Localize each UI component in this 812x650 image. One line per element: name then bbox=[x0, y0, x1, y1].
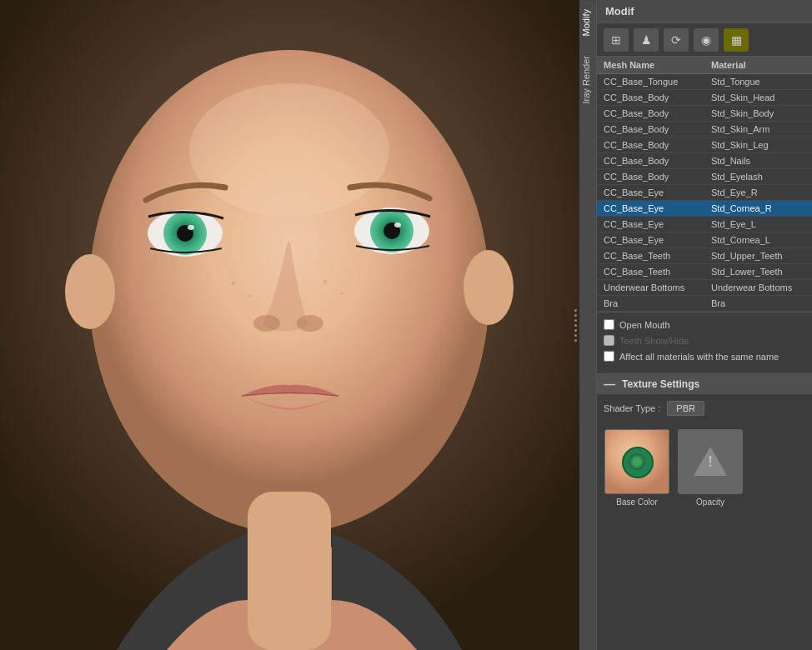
table-row[interactable]: CC_Base_TeethStd_Lower_Teeth bbox=[597, 264, 812, 280]
opacity-label: Opacity bbox=[696, 498, 724, 507]
mesh-name-cell: CC_Base_Body bbox=[597, 138, 704, 153]
material-name-cell: Std_Upper_Teeth bbox=[704, 248, 812, 264]
table-row[interactable]: CC_Base_TongueStd_Tongue bbox=[597, 74, 812, 90]
mesh-name-cell: CC_Base_Body bbox=[597, 169, 704, 185]
col-material-name: Material bbox=[704, 57, 812, 74]
table-row[interactable]: CC_Base_BodyStd_Skin_Leg bbox=[597, 138, 812, 153]
base-color-thumb-container: Base Color bbox=[604, 429, 670, 507]
mesh-name-cell: CC_Base_Body bbox=[597, 122, 704, 138]
warning-icon bbox=[694, 447, 727, 477]
mesh-name-cell: CC_Base_Eye bbox=[597, 217, 704, 232]
table-row[interactable]: Underwear BottomsUnderwear Bottoms bbox=[597, 280, 812, 296]
shader-type-label: Shader Type : bbox=[604, 403, 660, 413]
table-row[interactable]: CC_Base_EyeStd_Eye_L bbox=[597, 217, 812, 232]
mesh-name-cell: Bra bbox=[597, 296, 704, 312]
mesh-name-cell: CC_Base_Teeth bbox=[597, 248, 704, 264]
right-panel: Modif ⊞ ♟ ⟳ ◉ ▦ Mesh Name Material bbox=[596, 0, 812, 650]
teeth-show-hide-checkbox bbox=[604, 335, 614, 346]
table-row[interactable]: CC_Base_EyeStd_Cornea_R bbox=[597, 201, 812, 217]
table-row[interactable]: CC_Base_BodyStd_Eyelash bbox=[597, 169, 812, 185]
base-color-label: Base Color bbox=[616, 498, 657, 507]
side-tab-bar: Modify Iray Render bbox=[579, 0, 596, 650]
texture-thumbnails: Base Color Opacity bbox=[597, 422, 812, 513]
mesh-name-cell: CC_Base_Tongue bbox=[597, 74, 704, 90]
table-row[interactable]: CC_Base_TeethStd_Upper_Teeth bbox=[597, 248, 812, 264]
tab-icon-5[interactable]: ▦ bbox=[724, 28, 749, 52]
table-row[interactable]: CC_Base_EyeStd_Cornea_L bbox=[597, 232, 812, 248]
base-color-svg bbox=[605, 430, 669, 494]
face-render-svg bbox=[0, 0, 579, 650]
viewport bbox=[0, 0, 579, 650]
texture-settings-header[interactable]: — Texture Settings bbox=[597, 374, 812, 394]
collapse-icon: — bbox=[604, 378, 615, 391]
main-layout: Modify Iray Render Modif ⊞ ♟ ⟳ ◉ ▦ bbox=[0, 0, 812, 650]
material-name-cell: Std_Eye_R bbox=[704, 185, 812, 201]
mesh-name-cell: CC_Base_Body bbox=[597, 153, 704, 169]
table-row[interactable]: BraBra bbox=[597, 296, 812, 312]
tab-icon-3[interactable]: ⟳ bbox=[664, 28, 689, 52]
material-name-cell: Std_Eye_L bbox=[704, 217, 812, 232]
controls-section: Open Mouth Teeth Show/Hide Affect all ma… bbox=[597, 312, 812, 373]
opacity-image bbox=[679, 430, 742, 493]
svg-point-14 bbox=[65, 254, 115, 329]
mesh-name-cell: CC_Base_Teeth bbox=[597, 264, 704, 280]
svg-point-24 bbox=[639, 457, 644, 462]
shader-type-value: PBR bbox=[667, 401, 704, 416]
open-mouth-checkbox[interactable] bbox=[604, 319, 614, 330]
mesh-name-cell: Underwear Bottoms bbox=[597, 280, 704, 296]
material-name-cell: Std_Skin_Head bbox=[704, 90, 812, 106]
affect-all-checkbox[interactable] bbox=[604, 351, 614, 362]
opacity-thumb[interactable] bbox=[678, 429, 743, 494]
title-bar: Modif bbox=[597, 0, 812, 23]
tab-icon-4[interactable]: ◉ bbox=[694, 28, 719, 52]
viewport-wrapper bbox=[0, 0, 579, 650]
tab-icon-1[interactable]: ⊞ bbox=[604, 28, 629, 52]
sidebar-item-modify[interactable]: Modify bbox=[579, 0, 596, 44]
svg-point-3 bbox=[189, 83, 389, 217]
col-mesh-name: Mesh Name bbox=[597, 57, 704, 74]
svg-point-19 bbox=[341, 292, 343, 295]
panel-wrapper: Modify Iray Render Modif ⊞ ♟ ⟳ ◉ ▦ bbox=[579, 0, 812, 650]
table-row[interactable]: CC_Base_BodyStd_Skin_Head bbox=[597, 90, 812, 106]
mesh-name-cell: CC_Base_Eye bbox=[597, 185, 704, 201]
table-row[interactable]: CC_Base_BodyStd_Skin_Body bbox=[597, 106, 812, 122]
material-name-cell: Std_Nails bbox=[704, 153, 812, 169]
material-name-cell: Std_Cornea_R bbox=[704, 201, 812, 217]
table-row[interactable]: CC_Base_BodyStd_Skin_Arm bbox=[597, 122, 812, 138]
mesh-table-container[interactable]: Mesh Name Material CC_Base_TongueStd_Ton… bbox=[597, 57, 812, 312]
viewport-image bbox=[0, 0, 579, 650]
svg-point-11 bbox=[394, 222, 401, 228]
mesh-name-cell: CC_Base_Eye bbox=[597, 201, 704, 217]
teeth-show-hide-row: Teeth Show/Hide bbox=[604, 335, 805, 346]
base-color-thumb[interactable] bbox=[604, 429, 669, 494]
material-name-cell: Bra bbox=[704, 296, 812, 312]
svg-point-7 bbox=[188, 225, 194, 230]
svg-point-18 bbox=[323, 280, 327, 283]
panel-title: Modif bbox=[605, 5, 634, 18]
material-name-cell: Underwear Bottoms bbox=[704, 280, 812, 296]
svg-point-13 bbox=[297, 315, 323, 332]
material-name-cell: Std_Eyelash bbox=[704, 169, 812, 185]
svg-point-17 bbox=[249, 295, 252, 298]
teeth-show-hide-label: Teeth Show/Hide bbox=[619, 336, 689, 346]
affect-all-label: Affect all materials with the same name bbox=[619, 352, 779, 362]
material-name-cell: Std_Skin_Body bbox=[704, 106, 812, 122]
panel-resize-handle[interactable] bbox=[571, 292, 579, 358]
shader-type-row: Shader Type : PBR bbox=[597, 394, 812, 422]
svg-point-15 bbox=[464, 250, 514, 325]
table-row[interactable]: CC_Base_BodyStd_Nails bbox=[597, 153, 812, 169]
sidebar-item-iray-render[interactable]: Iray Render bbox=[579, 48, 596, 112]
tab-icon-2[interactable]: ♟ bbox=[634, 28, 659, 52]
mesh-table: Mesh Name Material CC_Base_TongueStd_Ton… bbox=[597, 57, 812, 312]
svg-point-16 bbox=[232, 282, 235, 285]
table-row[interactable]: CC_Base_EyeStd_Eye_R bbox=[597, 185, 812, 201]
tab-icons-bar: ⊞ ♟ ⟳ ◉ ▦ bbox=[597, 23, 812, 57]
material-name-cell: Std_Skin_Leg bbox=[704, 138, 812, 153]
texture-settings-label: Texture Settings bbox=[622, 378, 699, 390]
material-name-cell: Std_Cornea_L bbox=[704, 232, 812, 248]
material-name-cell: Std_Skin_Arm bbox=[704, 122, 812, 138]
open-mouth-label: Open Mouth bbox=[619, 320, 670, 330]
svg-point-12 bbox=[253, 315, 280, 332]
mesh-table-body: CC_Base_TongueStd_TongueCC_Base_BodyStd_… bbox=[597, 74, 812, 312]
base-color-image bbox=[605, 430, 669, 493]
